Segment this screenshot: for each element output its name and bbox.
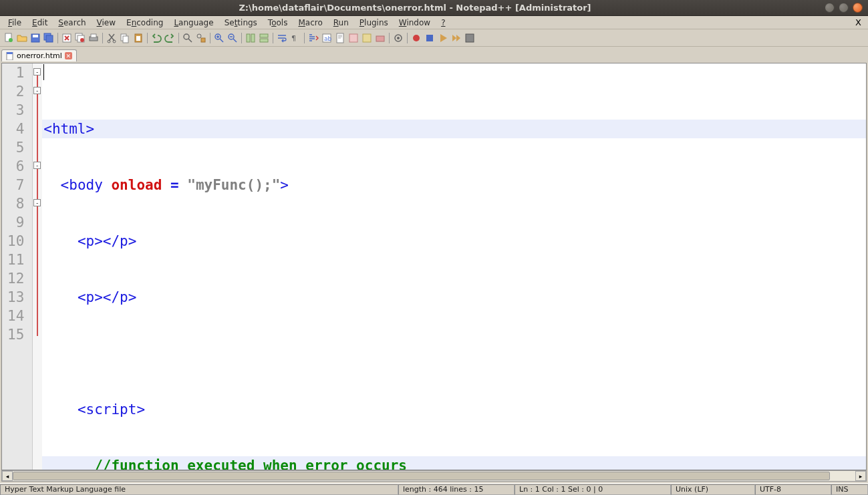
scroll-left-button[interactable]: ◂: [2, 471, 13, 481]
svg-point-18: [184, 34, 189, 39]
stop-icon[interactable]: [424, 32, 436, 44]
menu-macro[interactable]: Macro: [293, 17, 327, 29]
svg-rect-25: [260, 34, 268, 37]
menu-file[interactable]: File: [3, 17, 27, 29]
toolbar-separator: [147, 33, 148, 43]
scroll-thumb[interactable]: [13, 472, 830, 480]
play-icon[interactable]: [437, 32, 449, 44]
status-encoding: UTF-8: [755, 484, 831, 495]
print-icon[interactable]: [88, 32, 100, 44]
menu-bar: File Edit Search View Encoding Language …: [0, 16, 868, 29]
close-doc-x[interactable]: X: [851, 17, 865, 27]
svg-rect-20: [201, 38, 205, 42]
svg-rect-15: [123, 36, 128, 43]
window-controls: [825, 3, 863, 13]
svg-rect-40: [7, 52, 13, 54]
menu-window[interactable]: Window: [394, 17, 436, 29]
fold-toggle-icon[interactable]: -: [33, 68, 41, 75]
text-caret: [43, 64, 44, 80]
menu-settings[interactable]: Settings: [219, 17, 263, 29]
code-editor[interactable]: 1 2 3 4 5 6 7 8 9 10 11 12 13 14 15 - - …: [1, 63, 867, 470]
menu-plugins[interactable]: Plugins: [354, 17, 394, 29]
line-number: 3: [7, 101, 24, 120]
window-titlebar: Z:\home\dataflair\Documents\onerror.html…: [0, 0, 868, 16]
save-macro-icon[interactable]: [464, 32, 476, 44]
menu-language[interactable]: Language: [168, 17, 219, 29]
doc-list-icon[interactable]: [347, 32, 359, 44]
menu-tools[interactable]: Tools: [263, 17, 293, 29]
line-number: 8: [7, 194, 24, 213]
new-file-icon[interactable]: [3, 32, 15, 44]
redo-icon[interactable]: [164, 32, 176, 44]
menu-search[interactable]: Search: [53, 17, 91, 29]
save-all-icon[interactable]: [43, 32, 55, 44]
svg-rect-38: [466, 34, 474, 42]
menu-help[interactable]: ?: [436, 17, 450, 29]
svg-text:¶: ¶: [291, 34, 296, 43]
svg-point-9: [80, 38, 84, 42]
udlang-icon[interactable]: ab: [321, 32, 333, 44]
scroll-track[interactable]: [13, 471, 855, 481]
menu-encoding[interactable]: Encoding: [121, 17, 168, 29]
toolbar-separator: [273, 33, 273, 43]
sync-v-icon[interactable]: [245, 32, 257, 44]
tab-close-icon[interactable]: ✕: [65, 52, 72, 59]
svg-point-19: [197, 34, 201, 38]
line-number: 7: [7, 176, 24, 194]
close-all-icon[interactable]: [74, 32, 86, 44]
code-line: [42, 344, 866, 363]
folder-tree-icon[interactable]: [374, 32, 386, 44]
fold-toggle-icon[interactable]: -: [33, 87, 41, 94]
status-position: Ln : 1 Col : 1 Sel : 0 | 0: [515, 484, 671, 495]
code-area[interactable]: <html> <body onload = "myFunc();"> <p></…: [42, 63, 866, 470]
line-number: 10: [7, 232, 24, 251]
zoom-in-icon[interactable]: [213, 32, 225, 44]
code-line: //function executed when error occurs: [42, 456, 866, 470]
toolbar-separator: [178, 33, 179, 43]
monitor-icon[interactable]: [392, 32, 404, 44]
play-multi-icon[interactable]: [450, 32, 462, 44]
cut-icon[interactable]: [106, 32, 118, 44]
find-icon[interactable]: [182, 32, 194, 44]
paste-icon[interactable]: [132, 32, 144, 44]
horizontal-scrollbar[interactable]: ◂ ▸: [1, 470, 867, 482]
wordwrap-icon[interactable]: [276, 32, 288, 44]
tab-onerror[interactable]: onerror.html ✕: [1, 49, 77, 61]
toolbar-separator: [57, 33, 58, 43]
menu-edit[interactable]: Edit: [27, 17, 53, 29]
line-number: 4: [7, 120, 24, 138]
fold-column: - - - -: [33, 63, 42, 470]
close-file-icon[interactable]: [61, 32, 73, 44]
undo-icon[interactable]: [150, 32, 162, 44]
doc-map-icon[interactable]: [334, 32, 346, 44]
minimize-button[interactable]: [825, 3, 835, 13]
func-list-icon[interactable]: [361, 32, 373, 44]
svg-rect-24: [251, 34, 255, 42]
fold-toggle-icon[interactable]: -: [33, 199, 41, 206]
menu-view[interactable]: View: [92, 17, 121, 29]
maximize-button[interactable]: [839, 3, 849, 13]
replace-icon[interactable]: [195, 32, 207, 44]
menu-run[interactable]: Run: [328, 17, 354, 29]
sync-h-icon[interactable]: [258, 32, 270, 44]
line-number: 9: [7, 213, 24, 232]
toolbar-separator: [102, 33, 103, 43]
show-all-chars-icon[interactable]: ¶: [289, 32, 301, 44]
save-icon[interactable]: [29, 32, 41, 44]
line-number: 15: [7, 325, 24, 344]
svg-rect-23: [247, 34, 250, 42]
indent-guide-icon[interactable]: [307, 32, 319, 44]
scroll-right-button[interactable]: ▸: [855, 471, 866, 481]
open-file-icon[interactable]: [16, 32, 28, 44]
code-line: <body onload = "myFunc();">: [42, 176, 866, 194]
zoom-out-icon[interactable]: [227, 32, 239, 44]
fold-toggle-icon[interactable]: -: [33, 162, 41, 169]
window-title: Z:\home\dataflair\Documents\onerror.html…: [5, 3, 825, 13]
svg-rect-26: [260, 39, 268, 42]
close-window-button[interactable]: [853, 3, 863, 13]
status-eol: Unix (LF): [671, 484, 755, 495]
svg-rect-11: [91, 34, 96, 37]
record-icon[interactable]: [410, 32, 422, 44]
line-number-gutter: 1 2 3 4 5 6 7 8 9 10 11 12 13 14 15: [2, 63, 33, 470]
copy-icon[interactable]: [119, 32, 131, 44]
